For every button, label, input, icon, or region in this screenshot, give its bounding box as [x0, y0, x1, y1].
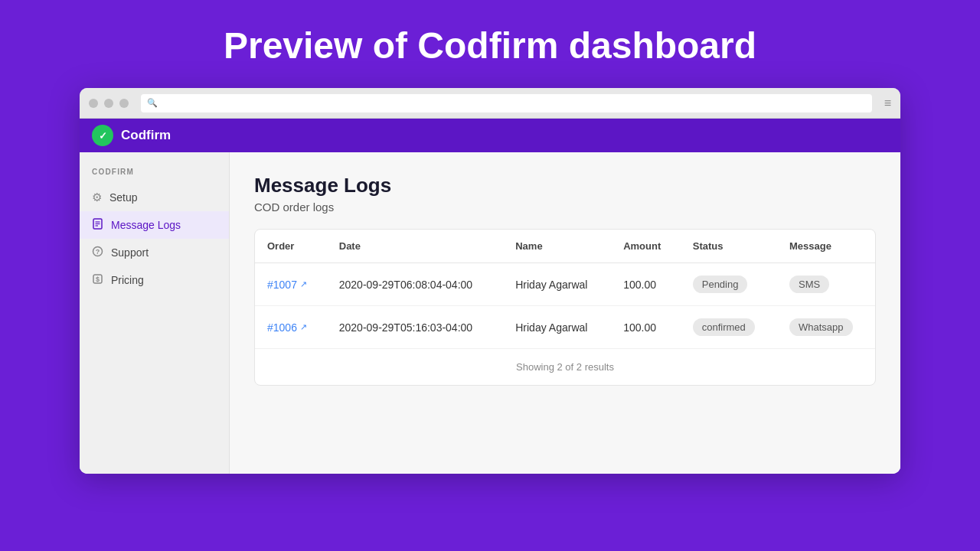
- status-badge-1006: confirmed: [693, 318, 755, 336]
- col-header-status: Status: [681, 230, 777, 263]
- col-header-message: Message: [777, 230, 875, 263]
- app-title: Codfirm: [121, 128, 171, 143]
- cell-order-1006: #1006 ↗: [255, 306, 327, 349]
- browser-url-bar[interactable]: 🔍: [141, 94, 872, 112]
- browser-bar: 🔍 ≡: [80, 88, 900, 119]
- app-body: CODFIRM ⚙ Setup Message Logs: [80, 152, 900, 474]
- sidebar-item-label-setup: Setup: [109, 191, 138, 204]
- app-logo: ✓: [92, 125, 113, 146]
- sidebar: CODFIRM ⚙ Setup Message Logs: [80, 152, 230, 474]
- sidebar-item-setup[interactable]: ⚙ Setup: [80, 184, 229, 211]
- message-badge-1007: SMS: [789, 276, 829, 293]
- col-header-name: Name: [503, 230, 611, 263]
- cell-amount-1006: 100.00: [611, 306, 681, 349]
- browser-dot-1: [89, 99, 98, 108]
- main-content: Message Logs COD order logs Order Date N…: [230, 152, 900, 474]
- browser-menu-icon[interactable]: ≡: [884, 96, 891, 110]
- table-card: Order Date Name Amount Status Message: [254, 229, 876, 386]
- message-badge-1006: Whatsapp: [789, 318, 853, 336]
- external-link-icon: ↗: [300, 322, 307, 332]
- col-header-date: Date: [327, 230, 503, 263]
- cell-date-1006: 2020-09-29T05:16:03-04:00: [327, 306, 503, 349]
- external-link-icon: ↗: [300, 279, 307, 289]
- col-header-order: Order: [255, 230, 327, 263]
- sidebar-item-pricing[interactable]: $ Pricing: [80, 266, 229, 294]
- document-icon: [92, 218, 103, 232]
- gear-icon: ⚙: [92, 191, 102, 204]
- sidebar-item-label-support: Support: [111, 246, 149, 259]
- browser-dot-3: [119, 99, 129, 108]
- page-title: Message Logs: [254, 174, 876, 197]
- table-row: #1007 ↗ 2020-09-29T06:08:04-04:00 Hriday…: [255, 263, 875, 306]
- svg-text:?: ?: [96, 248, 100, 256]
- sidebar-item-label-message-logs: Message Logs: [111, 219, 181, 231]
- status-badge-1007: Pending: [693, 276, 748, 293]
- order-link-1006[interactable]: #1006 ↗: [267, 321, 315, 334]
- table-row: #1006 ↗ 2020-09-29T05:16:03-04:00 Hriday…: [255, 306, 875, 349]
- page-headline: Preview of Codfirm dashboard: [0, 0, 980, 88]
- cell-date-1007: 2020-09-29T06:08:04-04:00: [327, 263, 503, 306]
- data-table: Order Date Name Amount Status Message: [255, 230, 875, 348]
- search-icon: 🔍: [147, 98, 158, 108]
- browser-dot-2: [104, 99, 113, 108]
- table-header-row: Order Date Name Amount Status Message: [255, 230, 875, 263]
- sidebar-item-message-logs[interactable]: Message Logs: [80, 211, 229, 239]
- app-header: ✓ Codfirm: [80, 119, 900, 152]
- cell-name-1006: Hriday Agarwal: [503, 306, 611, 349]
- sidebar-section-label: CODFIRM: [80, 168, 229, 184]
- cell-name-1007: Hriday Agarwal: [503, 263, 611, 306]
- cell-message-1006: Whatsapp: [777, 306, 875, 349]
- pricing-icon: $: [92, 273, 103, 287]
- order-number-1006: #1006: [267, 321, 297, 334]
- sidebar-item-label-pricing: Pricing: [111, 274, 144, 286]
- table-footer: Showing 2 of 2 results: [255, 348, 875, 385]
- support-icon: ?: [92, 246, 103, 259]
- col-header-amount: Amount: [611, 230, 681, 263]
- cell-amount-1007: 100.00: [611, 263, 681, 306]
- cell-status-1007: Pending: [681, 263, 777, 306]
- browser-window: 🔍 ≡ ✓ Codfirm CODFIRM ⚙ Setup: [80, 88, 900, 474]
- section-subtitle: COD order logs: [254, 201, 876, 214]
- app-logo-letter: ✓: [99, 130, 107, 142]
- cell-message-1007: SMS: [777, 263, 875, 306]
- sidebar-item-support[interactable]: ? Support: [80, 239, 229, 266]
- cell-status-1006: confirmed: [681, 306, 777, 349]
- svg-text:$: $: [96, 276, 100, 283]
- order-link-1007[interactable]: #1007 ↗: [267, 279, 315, 291]
- order-number-1007: #1007: [267, 279, 297, 291]
- cell-order-1007: #1007 ↗: [255, 263, 327, 306]
